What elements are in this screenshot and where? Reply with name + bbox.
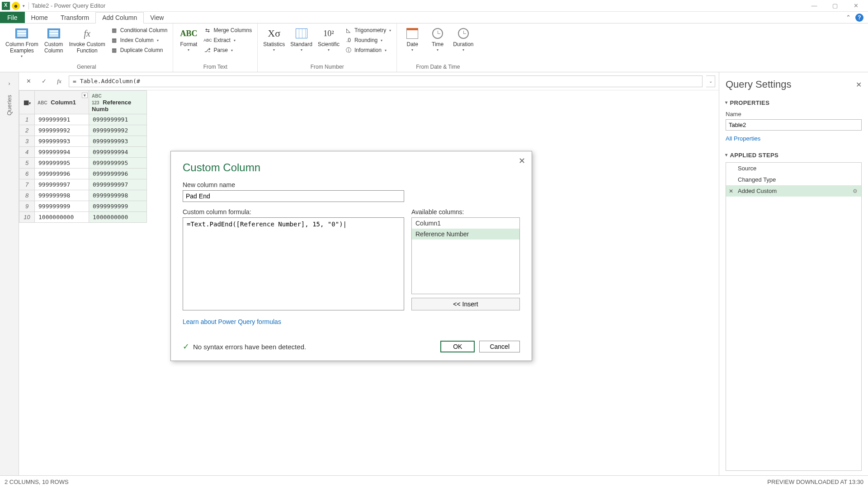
delete-step-icon[interactable]: ✕ <box>729 188 733 194</box>
cell[interactable]: 0999999991 <box>89 114 147 125</box>
column-filter-icon[interactable]: ▾ <box>82 93 88 98</box>
help-icon[interactable]: ? <box>855 14 863 22</box>
formula-expand-icon[interactable]: ⌄ <box>706 75 715 87</box>
window-maximize-button[interactable]: ▢ <box>825 0 845 12</box>
cell[interactable]: 999999991 <box>35 114 89 125</box>
new-column-name-input[interactable] <box>183 190 404 202</box>
applied-steps-section-header[interactable]: APPLIED STEPS <box>726 152 862 159</box>
expand-queries-icon[interactable]: › <box>9 80 10 87</box>
row-header[interactable]: 10 <box>19 212 35 223</box>
cell[interactable]: 999999992 <box>35 125 89 136</box>
group-label-from-date-time: From Date & Time <box>400 63 476 72</box>
cell[interactable]: 1000000000 <box>35 212 89 223</box>
fx-icon[interactable]: fx <box>53 75 65 87</box>
insert-column-button[interactable]: << Insert <box>411 298 520 310</box>
step-settings-icon[interactable]: ⚙ <box>853 188 858 194</box>
accept-formula-button[interactable]: ✓ <box>38 75 50 87</box>
sigma-icon: Xσ <box>268 28 280 39</box>
cell[interactable]: 1000000000 <box>89 212 147 223</box>
cell[interactable]: 0999999994 <box>89 147 147 158</box>
row-header[interactable]: 4 <box>19 147 35 158</box>
cancel-button[interactable]: Cancel <box>479 341 520 352</box>
titlebar: ☻ ▾ Table2 - Power Query Editor — ▢ ✕ <box>0 0 868 12</box>
cell[interactable]: 0999999996 <box>89 169 147 179</box>
tab-home[interactable]: Home <box>25 12 54 23</box>
statistics-button[interactable]: Xσ Statistics▾ <box>260 25 288 63</box>
tab-transform[interactable]: Transform <box>54 12 95 23</box>
invoke-custom-function-button[interactable]: fx Invoke Custom Function <box>66 25 108 63</box>
column-from-examples-button[interactable]: Column From Examples ▾ <box>3 25 41 63</box>
cell[interactable]: 999999997 <box>35 179 89 190</box>
cell[interactable]: 999999998 <box>35 190 89 201</box>
formula-textarea[interactable] <box>183 217 404 310</box>
tab-view[interactable]: View <box>144 12 170 23</box>
conditional-column-button[interactable]: ▦Conditional Column <box>110 26 169 34</box>
tab-file[interactable]: File <box>0 12 25 23</box>
merge-columns-button[interactable]: ⇆Merge Columns <box>203 26 253 34</box>
format-button[interactable]: ABC Format ▾ <box>176 25 201 63</box>
abc-icon: ABC <box>180 29 197 38</box>
available-column-item[interactable]: Reference Number <box>412 229 519 239</box>
calendar-icon <box>406 28 418 39</box>
properties-section-header[interactable]: PROPERTIES <box>726 99 862 106</box>
row-header[interactable]: 3 <box>19 136 35 147</box>
tab-add-column[interactable]: Add Column <box>95 12 144 23</box>
date-button[interactable]: Date▾ <box>400 25 425 63</box>
cell[interactable]: 999999999 <box>35 201 89 212</box>
clock-icon <box>432 28 443 39</box>
time-button[interactable]: Time▾ <box>425 25 450 63</box>
formula-input[interactable] <box>69 75 703 87</box>
parse-button[interactable]: ⎇Parse▾ <box>203 46 253 54</box>
window-minimize-button[interactable]: — <box>804 0 825 12</box>
available-column-item[interactable]: Column1 <box>412 218 519 229</box>
dialog-close-button[interactable]: ✕ <box>519 156 525 166</box>
close-settings-button[interactable]: ✕ <box>856 80 862 89</box>
trigonometry-button[interactable]: ◺Trigonometry▾ <box>344 26 392 34</box>
cell[interactable]: 0999999993 <box>89 136 147 147</box>
window-close-button[interactable]: ✕ <box>845 0 866 12</box>
cell[interactable]: 999999993 <box>35 136 89 147</box>
index-column-button[interactable]: ▦Index Column▾ <box>110 36 169 44</box>
row-header[interactable]: 5 <box>19 158 35 169</box>
standard-button[interactable]: Standard▾ <box>288 25 315 63</box>
cell[interactable]: 0999999999 <box>89 201 147 212</box>
cell[interactable]: 0999999995 <box>89 158 147 169</box>
cell[interactable]: 999999995 <box>35 158 89 169</box>
calculator-icon <box>296 28 307 38</box>
row-header[interactable]: 6 <box>19 169 35 179</box>
status-bar: 2 COLUMNS, 10 ROWS PREVIEW DOWNLOADED AT… <box>0 475 868 488</box>
row-header[interactable]: 9 <box>19 201 35 212</box>
row-header[interactable]: 8 <box>19 190 35 201</box>
applied-step[interactable]: Source <box>726 163 861 174</box>
cell[interactable]: 999999996 <box>35 169 89 179</box>
column-header-reference-number[interactable]: ABC123 Reference Numb <box>89 91 147 114</box>
row-header[interactable]: 7 <box>19 179 35 190</box>
custom-column-button[interactable]: Custom Column <box>41 25 66 63</box>
applied-step[interactable]: ✕ Added Custom ⚙ <box>726 185 861 197</box>
queries-pane-collapsed[interactable]: › Queries <box>0 72 19 475</box>
column-header-column1[interactable]: ABC Column1 ▾ <box>35 91 89 114</box>
ok-button[interactable]: OK <box>440 341 475 352</box>
all-properties-link[interactable]: All Properties <box>726 135 862 142</box>
applied-step[interactable]: Changed Type <box>726 174 861 185</box>
cell[interactable]: 0999999998 <box>89 190 147 201</box>
learn-formulas-link[interactable]: Learn about Power Query formulas <box>183 318 281 325</box>
qat-dropdown-icon[interactable]: ▾ <box>22 4 26 8</box>
collapse-ribbon-icon[interactable]: ⌃ <box>846 14 851 21</box>
feedback-smiley-icon[interactable]: ☻ <box>12 2 20 10</box>
duration-button[interactable]: Duration▾ <box>450 25 476 63</box>
cell[interactable]: 999999994 <box>35 147 89 158</box>
cell[interactable]: 0999999992 <box>89 125 147 136</box>
cancel-formula-button[interactable]: ✕ <box>23 75 34 87</box>
duplicate-column-button[interactable]: ▦Duplicate Column <box>110 46 169 54</box>
scientific-button[interactable]: 10² Scientific▾ <box>315 25 342 63</box>
information-button[interactable]: ⓘInformation▾ <box>344 46 392 54</box>
grid-corner[interactable]: ▦▾ <box>19 91 35 114</box>
row-header[interactable]: 1 <box>19 114 35 125</box>
cell[interactable]: 0999999997 <box>89 179 147 190</box>
rounding-button[interactable]: .0Rounding▾ <box>344 36 392 44</box>
query-settings-title: Query Settings <box>726 79 856 90</box>
row-header[interactable]: 2 <box>19 125 35 136</box>
extract-button[interactable]: ABCExtract▾ <box>203 36 253 44</box>
query-name-input[interactable] <box>726 119 862 131</box>
